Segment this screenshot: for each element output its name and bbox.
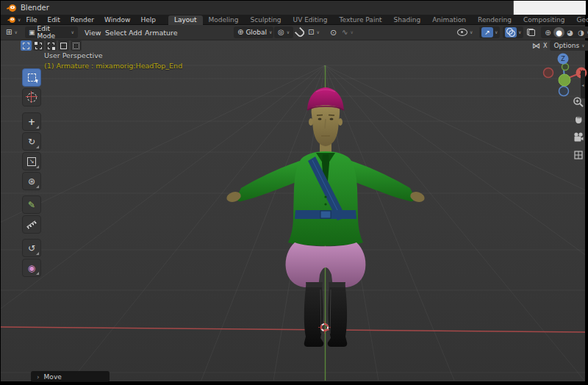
viewport-header: ⊞ ∨ ▣ Edit Mode ∨ View Select Add Armatu…	[1, 25, 585, 40]
view-perspective-label: User Perspective	[44, 51, 103, 60]
tab-modeling[interactable]: Modeling	[203, 15, 245, 25]
editor-type-button[interactable]: ⊞ ∨	[6, 26, 18, 38]
operator-panel[interactable]: › Move	[31, 371, 110, 382]
shading-wireframe-button[interactable]: ⊕	[542, 27, 553, 37]
active-object-label: (1) Armature : mixamorig:HeadTop_End	[44, 62, 182, 70]
menu-edit[interactable]: Edit	[42, 16, 65, 24]
menu-render[interactable]: Render	[65, 16, 99, 24]
orientation-label: Global	[245, 29, 267, 36]
tool-rotate[interactable]: ↻	[22, 132, 41, 151]
character-buckle	[320, 211, 331, 218]
tool-transform[interactable]: ⊛	[22, 172, 41, 190]
magnet-icon	[295, 26, 306, 38]
select-mode-set[interactable]	[21, 40, 32, 51]
mode-label: Edit Mode	[37, 25, 69, 40]
workspace-tabs: Layout Modeling Sculpting UV Editing Tex…	[168, 15, 588, 25]
cursor-icon	[27, 93, 37, 102]
move-icon: +	[28, 117, 35, 127]
tool-scale[interactable]: ↘	[22, 152, 41, 170]
select-mode-extend[interactable]	[33, 40, 44, 51]
chevron-down-icon: ∨	[287, 30, 290, 35]
transform-icon: ⊛	[28, 176, 35, 187]
select-box-icon	[28, 73, 36, 82]
sidebar-toggle[interactable]: ◂	[581, 71, 585, 98]
mirror-x-button[interactable]: X	[543, 41, 547, 51]
edit-mode-icon: ▣	[29, 29, 35, 36]
gizmo-neg-y[interactable]	[562, 64, 569, 71]
top-bar: ∨ File Edit Render Window Help Layout Mo…	[1, 15, 585, 25]
pivot-point-dropdown[interactable]: ◎ ∨	[274, 26, 293, 38]
gizmo-y-axis[interactable]	[559, 74, 570, 86]
menu-window[interactable]: Window	[99, 16, 136, 24]
shading-rendered-button[interactable]: ◑	[576, 27, 587, 37]
select-mode-invert[interactable]	[58, 40, 69, 51]
chevron-down-icon: ∨	[71, 30, 74, 35]
tool-select-box[interactable]	[22, 68, 41, 87]
desktop-background-patch	[513, 1, 586, 15]
panel-expand-icon: ›	[37, 373, 40, 381]
chevron-down-icon: ∨	[470, 30, 473, 35]
shading-solid-button[interactable]: ●	[553, 27, 564, 37]
blender-logo-icon	[7, 4, 16, 12]
orientation-icon: ⊕	[237, 29, 243, 36]
gizmo-z-label: Z	[561, 56, 565, 62]
falloff-dropdown[interactable]: ∿ ∨	[342, 26, 354, 38]
window-title: Blender	[21, 4, 49, 12]
menu-file[interactable]: File	[21, 16, 42, 24]
xray-toggle[interactable]	[527, 26, 535, 38]
mirror-options-group: ⋈ X Options ∨	[532, 40, 585, 51]
gizmo-neg-z[interactable]	[559, 87, 569, 96]
chevron-down-icon: ∨	[316, 30, 319, 35]
tool-roll[interactable]: ↺	[22, 239, 41, 257]
select-mode-subtract[interactable]	[46, 40, 57, 51]
character-breeches	[286, 242, 366, 287]
tool-3d-cursor[interactable]	[22, 88, 41, 107]
proportional-icon: ⊙	[330, 29, 337, 37]
character-model	[219, 72, 432, 351]
blender-icon	[7, 17, 15, 23]
tab-sculpting[interactable]: Sculpting	[245, 15, 287, 25]
visibility-dropdown[interactable]: ∨	[457, 26, 473, 38]
tool-settings-bar: ⋈ X Options ∨	[1, 40, 585, 52]
tab-texture-paint[interactable]: Texture Paint	[334, 15, 388, 25]
tool-move[interactable]: +	[22, 112, 41, 131]
select-mode-intersect[interactable]	[71, 40, 82, 51]
options-dropdown[interactable]: Options ∨	[550, 40, 588, 51]
snap-target-icon: ⊡	[308, 29, 314, 36]
sidebar-collapse-icon: ◂	[581, 82, 584, 87]
transform-orientation-dropdown[interactable]: ⊕ Global ∨	[234, 26, 273, 38]
mode-selector[interactable]: ▣ Edit Mode ∨	[25, 26, 78, 38]
tab-compositing[interactable]: Compositing	[517, 15, 570, 25]
proportional-editing-toggle[interactable]: ⊙	[330, 26, 337, 38]
tab-layout[interactable]: Layout	[168, 15, 203, 25]
tab-geometry-nodes[interactable]: Geometry Nodes	[570, 15, 588, 25]
pivot-icon: ◎	[278, 29, 284, 36]
tab-animation[interactable]: Animation	[426, 15, 472, 25]
camera-view-button[interactable]	[572, 131, 585, 144]
overlays-dropdown[interactable]: ∨	[503, 26, 523, 38]
tab-shading[interactable]: Shading	[388, 15, 427, 25]
tab-uv-editing[interactable]: UV Editing	[287, 15, 334, 25]
tool-annotate[interactable]: ✎	[22, 195, 41, 214]
mirror-butterfly-icon: ⋈	[532, 42, 540, 50]
menu-armature[interactable]: Armature	[140, 26, 182, 38]
app-menu-button[interactable]: ∨	[7, 16, 21, 24]
gizmo-neg-x[interactable]	[544, 68, 553, 78]
select-mode-group	[21, 40, 82, 51]
snap-toggle[interactable]	[296, 26, 304, 38]
tab-rendering[interactable]: Rendering	[472, 15, 517, 25]
shading-material-button[interactable]: ◕	[564, 27, 576, 37]
roll-icon: ↺	[28, 243, 35, 253]
chevron-down-icon: ∨	[495, 30, 498, 35]
tool-measure[interactable]	[22, 215, 41, 234]
tool-bone-envelope[interactable]: ◉	[22, 259, 41, 277]
scale-icon: ↘	[27, 157, 36, 166]
move-view-button[interactable]	[572, 113, 585, 126]
overlays-icon	[505, 27, 517, 37]
gizmos-dropdown[interactable]: ↗ ∨	[479, 26, 500, 38]
perspective-toggle-button[interactable]	[572, 148, 585, 162]
menu-help[interactable]: Help	[135, 16, 161, 24]
snap-target-dropdown[interactable]: ⊡ ∨	[308, 26, 320, 38]
character-left-ear	[309, 118, 313, 126]
measure-ruler-icon	[26, 220, 37, 229]
